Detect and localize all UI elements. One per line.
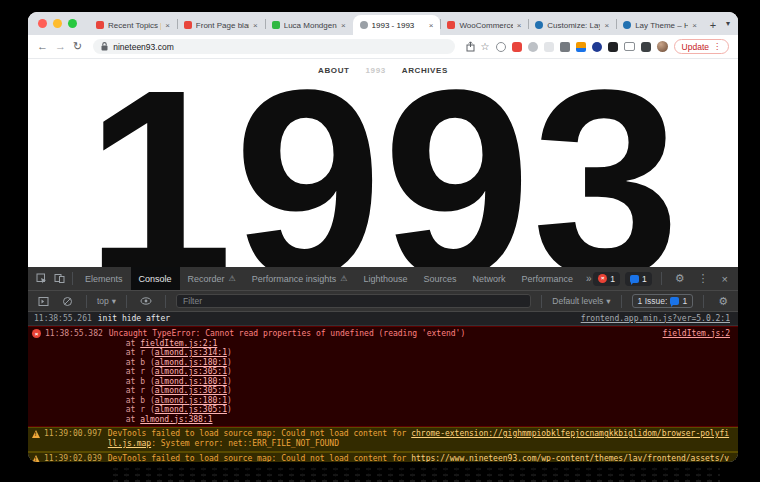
- update-button[interactable]: Update ⋮: [674, 39, 729, 54]
- devtools-tab-performance[interactable]: Performance: [514, 267, 582, 290]
- forward-button[interactable]: →: [55, 41, 66, 52]
- stack-post: ): [227, 377, 232, 386]
- address-bar[interactable]: nineteen93.com: [93, 39, 454, 54]
- error-icon: [32, 329, 41, 338]
- devtools-tab-sources[interactable]: Sources: [416, 267, 465, 290]
- sidebar-panel-icon[interactable]: [641, 42, 651, 52]
- extension-icon-pale[interactable]: [544, 42, 554, 52]
- new-tab-button[interactable]: +: [704, 19, 722, 31]
- clear-console-icon[interactable]: [58, 296, 76, 307]
- divider: [86, 295, 87, 308]
- browser-tab-1993-active[interactable]: 1993 - 1993 ×: [353, 15, 441, 35]
- extension-icon-gray[interactable]: [528, 42, 538, 52]
- console-settings-gear-icon[interactable]: ⚙: [714, 295, 732, 308]
- issue-count-badge[interactable]: 1: [625, 272, 652, 286]
- stack-link[interactable]: almond.js:388:1: [140, 415, 212, 424]
- inspect-element-icon[interactable]: [32, 273, 50, 284]
- devtools-tab-elements[interactable]: Elements: [77, 267, 131, 290]
- bookmark-star-icon[interactable]: ☆: [481, 42, 490, 52]
- wordpress-favicon: [535, 21, 543, 29]
- stack-link[interactable]: almond.js:305:1: [155, 405, 227, 414]
- console-filter-input[interactable]: [176, 294, 531, 308]
- stack-link[interactable]: almond.js:180:1: [155, 358, 227, 367]
- tab-close-icon[interactable]: ×: [341, 21, 346, 30]
- stack-frame: at r (almond.js:305:1): [126, 367, 655, 377]
- devtools-settings-gear-icon[interactable]: ⚙: [671, 272, 689, 285]
- javascript-context-selector[interactable]: top ▾: [97, 296, 116, 306]
- extension-icon-navy[interactable]: [592, 42, 602, 52]
- stack-link[interactable]: almond.js:180:1: [155, 377, 227, 386]
- back-button[interactable]: ←: [37, 41, 48, 52]
- close-window-button[interactable]: [38, 19, 47, 28]
- log-timestamp: 11:38:55.261: [34, 314, 92, 324]
- adblock-extension-icon[interactable]: [512, 42, 522, 52]
- stack-link[interactable]: almond.js:305:1: [155, 386, 227, 395]
- browser-tab-front-page[interactable]: Front Page blank | Lay Them ×: [177, 15, 265, 35]
- tab-title: Luca Mondgenast – Visuelle: [284, 21, 337, 30]
- live-expression-eye-icon[interactable]: [137, 297, 155, 305]
- devtools-tab-console-selected[interactable]: Console: [131, 267, 180, 290]
- error-count-badge[interactable]: 1: [593, 272, 620, 286]
- devtools-tab-performance-insights[interactable]: Performance insights⚠: [244, 267, 356, 290]
- tab-close-icon[interactable]: ×: [692, 21, 697, 30]
- more-tabs-icon[interactable]: »: [581, 267, 593, 290]
- share-icon[interactable]: [466, 41, 475, 52]
- window-controls: [38, 19, 77, 28]
- devtools-tab-network[interactable]: Network: [465, 267, 514, 290]
- tab-overflow-chevron-icon[interactable]: ▾: [726, 19, 732, 28]
- browser-tab-recent-topics[interactable]: Recent Topics | Lay Theme F ×: [89, 15, 177, 35]
- screenshot-extension-icon[interactable]: [560, 42, 570, 52]
- cast-icon[interactable]: [624, 42, 635, 51]
- warning-triangle-icon: [32, 455, 40, 462]
- extension-icon-orange[interactable]: [576, 42, 586, 52]
- stack-link[interactable]: almond.js:305:1: [155, 367, 227, 376]
- stack-post: ): [227, 367, 232, 376]
- devtools-tabs: Elements Console Recorder⚠ Performance i…: [77, 267, 593, 290]
- profile-avatar[interactable]: [657, 41, 668, 52]
- devtools-tab-lighthouse[interactable]: Lighthouse: [355, 267, 415, 290]
- issues-bubble-icon: [670, 297, 679, 305]
- devtools-tab-recorder[interactable]: Recorder⚠: [180, 267, 244, 290]
- stack-link[interactable]: almond.js:314:1: [155, 348, 227, 357]
- tab-close-icon[interactable]: ×: [604, 21, 609, 30]
- console-sidebar-icon[interactable]: [34, 296, 52, 307]
- browser-tab-woocommerce[interactable]: WooCommerce: product qu ×: [440, 15, 528, 35]
- stack-link[interactable]: fieldItem.js:2:1: [140, 339, 217, 348]
- error-timestamp: 11:38:55.382: [45, 329, 103, 339]
- context-label: top: [97, 296, 109, 306]
- reload-button[interactable]: ↻: [73, 41, 82, 52]
- warning-post: : System error: net::ERR_FILE_NOT_FOUND: [151, 439, 339, 448]
- devtools-close-icon[interactable]: ×: [718, 273, 732, 285]
- issues-button[interactable]: 1 Issue: 1: [632, 294, 694, 308]
- tab-close-icon[interactable]: ×: [253, 21, 258, 30]
- browser-tab-luca-mondgenast[interactable]: Luca Mondgenast – Visuelle ×: [265, 15, 353, 35]
- tab-close-icon[interactable]: ×: [517, 21, 522, 30]
- tab-title: Recent Topics | Lay Theme F: [108, 21, 161, 30]
- browser-tab-lay-theme[interactable]: Lay Theme – Heart Top ×: [616, 15, 704, 35]
- extensions-puzzle-icon[interactable]: [608, 42, 618, 52]
- url-text: nineteen93.com: [113, 42, 174, 52]
- device-toolbar-icon[interactable]: [50, 273, 68, 284]
- warning-text: DevTools failed to load source map: Coul…: [108, 454, 730, 462]
- minimize-window-button[interactable]: [53, 19, 62, 28]
- stack-pre: at r (: [126, 386, 155, 395]
- tab-title: WooCommerce: product qu: [459, 21, 512, 30]
- history-extension-icon[interactable]: [496, 42, 506, 52]
- error-count: 1: [610, 274, 615, 284]
- warning-pre: DevTools failed to load source map: Coul…: [108, 454, 411, 462]
- stack-link[interactable]: almond.js:180:1: [155, 396, 227, 405]
- browser-tab-customize[interactable]: Customize: Lay Theme – Ho ×: [528, 15, 616, 35]
- tab-close-icon[interactable]: ×: [165, 21, 170, 30]
- source-link[interactable]: frontend.app.min.js?ver=5.0.2:1: [581, 314, 730, 324]
- log-levels-dropdown[interactable]: Default levels ▾: [552, 296, 610, 306]
- tab-label: Console: [139, 274, 172, 284]
- source-link[interactable]: fieldItem.js:2: [663, 329, 730, 339]
- warning-icon: ⚠: [229, 274, 236, 283]
- log-text: init hide after: [98, 314, 573, 324]
- stack-post: ): [227, 348, 232, 357]
- tab-close-icon[interactable]: ×: [429, 21, 434, 30]
- tab-label: Performance: [522, 274, 574, 284]
- fullscreen-window-button[interactable]: [68, 19, 77, 28]
- devtools-kebab-menu-icon[interactable]: ⋮: [694, 272, 713, 285]
- console-toolbar: top ▾ Default levels ▾ 1 Issue: 1 ⚙: [28, 291, 738, 312]
